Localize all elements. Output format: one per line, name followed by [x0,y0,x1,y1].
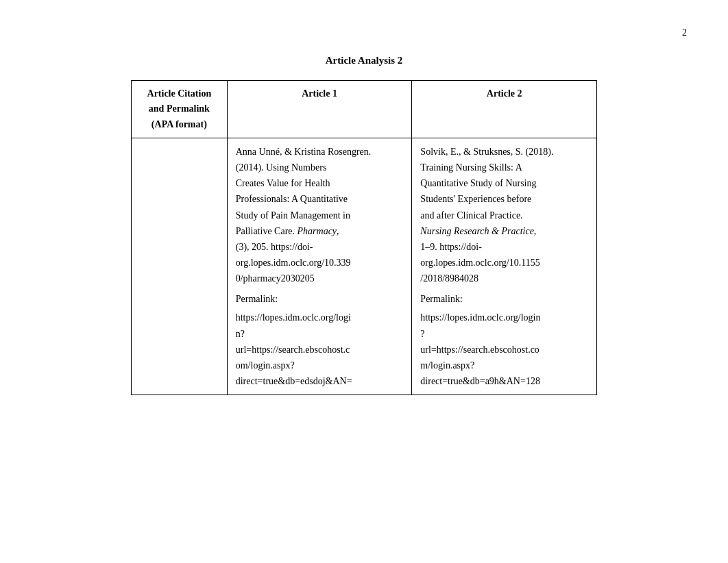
citation-label-cell [132,138,228,395]
table-row: Anna Unné, & Kristina Rosengren. (2014).… [132,138,597,395]
page-title: Article Analysis 2 [0,55,728,66]
col-header-article1: Article 1 [227,81,412,138]
article2-journal-italic: Nursing Research & Practice [420,226,534,236]
article1-citation-content: Anna Unné, & Kristina Rosengren. (2014).… [236,144,404,286]
page-number: 2 [682,27,687,38]
article2-citation-content: Solvik, E., & Struksnes, S. (2018). Trai… [420,144,588,286]
article-analysis-table: Article Citation and Permalink (APA form… [131,80,597,395]
main-table-container: Article Citation and Permalink (APA form… [131,80,597,395]
col-header-citation: Article Citation and Permalink (APA form… [132,81,228,138]
col-header-article2: Article 2 [412,81,597,138]
article2-permalink-section: Permalink: [420,292,588,307]
article1-permalink-section: Permalink: [236,292,404,307]
article1-citation-cell: Anna Unné, & Kristina Rosengren. (2014).… [227,138,412,395]
article1-permalink-url: https://lopes.idm.oclc.org/logi n? url=h… [236,310,404,388]
article1-journal-italic: Pharmacy [298,226,337,236]
article2-permalink-url: https://lopes.idm.oclc.org/login ? url=h… [420,310,588,388]
article2-citation-cell: Solvik, E., & Struksnes, S. (2018). Trai… [412,138,597,395]
